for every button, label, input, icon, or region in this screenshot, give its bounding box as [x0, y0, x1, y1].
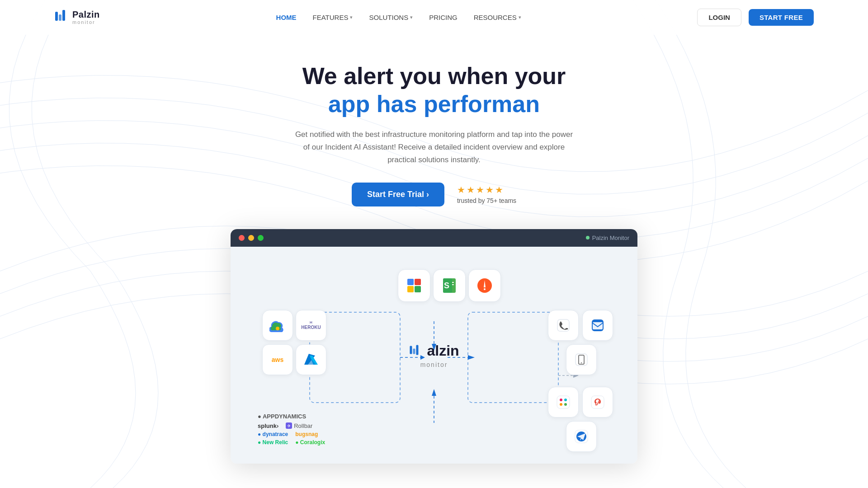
- nav-item-home[interactable]: HOME: [276, 14, 297, 22]
- alert-icon-box: [468, 269, 501, 302]
- svg-point-29: [276, 327, 279, 330]
- cta-label: Start Free Trial ›: [367, 190, 429, 199]
- expand-dot: [258, 235, 264, 241]
- logo-text: Palzin monitor: [72, 9, 100, 25]
- hero-title: We alert you when your app has performan: [9, 62, 859, 118]
- browser-mockup: Palzin Monitor: [231, 229, 637, 464]
- svg-point-45: [560, 403, 562, 406]
- star-1: ★: [457, 184, 465, 195]
- svg-rect-2: [62, 10, 65, 21]
- newrelic-label: ● New Relic: [258, 439, 288, 446]
- svg-rect-34: [413, 349, 415, 354]
- phone-icon-box: [548, 310, 579, 341]
- star-rating: ★ ★ ★ ★ ★: [457, 184, 503, 195]
- logo[interactable]: Palzin monitor: [54, 8, 100, 27]
- heroku-icon-box: H HEROKU: [296, 310, 326, 341]
- svg-rect-1: [59, 14, 61, 21]
- nav-item-solutions[interactable]: SOLUTIONS: [369, 14, 413, 21]
- center-logo-brand: alzin: [427, 342, 459, 359]
- source-logos: ● APPDYNAMICS splunk› ✈ Rollbar ● dynatr…: [258, 413, 366, 446]
- coralogix-label: ● Coralogix: [295, 439, 325, 446]
- minimize-dot: [248, 235, 254, 241]
- browser-mockup-wrap: Palzin Monitor: [0, 229, 868, 464]
- social-proof: ★ ★ ★ ★ ★ trusted by 75+ teams: [457, 184, 516, 204]
- telegram-icon-box: [566, 421, 597, 452]
- svg-rect-38: [593, 322, 603, 329]
- slack-icon-box: [548, 387, 579, 418]
- svg-point-43: [560, 399, 562, 401]
- hero-subtitle: Get notified with the best infrastructur…: [294, 128, 574, 166]
- nav-links: HOME FEATURES SOLUTIONS PRICING RESOURCE…: [276, 14, 521, 22]
- webhook-icon-box: [582, 387, 613, 418]
- nav-item-features[interactable]: FEATURES: [313, 14, 353, 21]
- svg-rect-47: [591, 396, 604, 408]
- close-dot: [239, 235, 245, 241]
- aws-icon-box: aws: [262, 344, 293, 375]
- star-2: ★: [467, 184, 475, 195]
- browser-dots: [239, 235, 264, 241]
- svg-rect-42: [557, 396, 570, 408]
- hero-cta-row: Start Free Trial › ★ ★ ★ ★ ★ trusted by …: [9, 183, 859, 206]
- center-logo-text: alzin: [409, 342, 459, 359]
- svg-text:✈: ✈: [287, 423, 291, 428]
- svg-rect-35: [416, 345, 418, 355]
- hero-section: We alert you when your app has performan…: [0, 35, 868, 225]
- svg-point-46: [564, 403, 567, 406]
- svg-rect-17: [407, 279, 414, 285]
- browser-title-text: Palzin Monitor: [592, 235, 629, 241]
- nav-actions: LOGIN START FREE: [697, 9, 814, 26]
- browser-titlebar: Palzin Monitor: [231, 229, 637, 247]
- svg-point-44: [564, 399, 567, 401]
- star-5: ★: [495, 184, 503, 195]
- source-row-2: ● dynatrace bugsnag: [258, 431, 366, 437]
- svg-rect-0: [55, 12, 58, 21]
- center-palzin-logo: alzin monitor: [409, 342, 459, 368]
- trusted-text: trusted by 75+ teams: [457, 197, 516, 204]
- svg-point-28: [484, 288, 486, 290]
- svg-rect-18: [415, 279, 421, 285]
- azure-icon-box: [296, 344, 326, 375]
- svg-rect-33: [410, 346, 412, 354]
- diagram-content: S: [231, 247, 637, 464]
- nav-item-pricing[interactable]: PRICING: [429, 14, 458, 22]
- svg-point-41: [581, 362, 582, 363]
- svg-text:S: S: [444, 281, 449, 290]
- start-free-nav-button[interactable]: START FREE: [749, 9, 814, 26]
- svg-rect-36: [557, 319, 569, 331]
- splunk-label: splunk›: [258, 422, 278, 429]
- svg-rect-20: [415, 286, 421, 292]
- nav-item-resources[interactable]: RESOURCES: [474, 14, 521, 21]
- svg-rect-39: [576, 354, 587, 366]
- diagram-inner: S: [249, 260, 619, 450]
- center-logo-monitor: monitor: [420, 361, 448, 368]
- svg-rect-4: [468, 312, 558, 403]
- logo-icon: [54, 8, 71, 27]
- rollbar-label: ✈ Rollbar: [286, 422, 312, 429]
- dynatrace-label: ● dynatrace: [258, 431, 288, 437]
- sheets-icon-box: S: [433, 269, 466, 302]
- browser-title: Palzin Monitor: [586, 235, 629, 241]
- google-cloud-icon-box: [262, 310, 293, 341]
- appdynamics-label: ● APPDYNAMICS: [258, 413, 366, 420]
- email-icon-box: [582, 310, 613, 341]
- navbar: Palzin monitor HOME FEATURES SOLUTIONS P…: [0, 0, 868, 35]
- bugsnag-label: bugsnag: [295, 431, 318, 437]
- google-workspace-icon-box: [398, 269, 430, 302]
- svg-marker-12: [432, 389, 436, 396]
- mobile-icon-box: [566, 344, 597, 375]
- star-4: ★: [486, 184, 494, 195]
- source-row-3: ● New Relic ● Coralogix: [258, 439, 366, 446]
- svg-rect-19: [407, 286, 414, 292]
- start-trial-button[interactable]: Start Free Trial ›: [352, 183, 444, 206]
- login-button[interactable]: LOGIN: [697, 9, 741, 26]
- status-dot: [586, 236, 590, 239]
- star-3: ★: [476, 184, 484, 195]
- svg-marker-10: [468, 355, 475, 360]
- source-row-1: splunk› ✈ Rollbar: [258, 422, 366, 429]
